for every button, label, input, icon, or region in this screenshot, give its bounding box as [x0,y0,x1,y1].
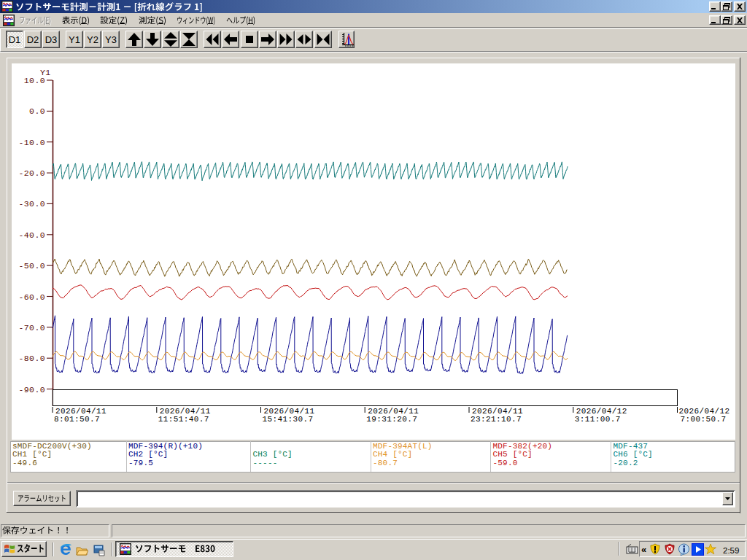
svg-text:-40.0: -40.0 [18,230,45,240]
svg-text:15:41:30.7: 15:41:30.7 [263,415,314,424]
svg-text:8:01:50.7: 8:01:50.7 [54,415,100,424]
svg-text:-20.0: -20.0 [18,168,45,178]
svg-text:-30.0: -30.0 [18,199,45,209]
svg-text:-80.0: -80.0 [18,354,45,363]
svg-text:-90.0: -90.0 [18,385,45,394]
svg-text:19:31:20.7: 19:31:20.7 [366,415,417,424]
svg-text:Y1: Y1 [40,68,51,77]
svg-text:0.0: 0.0 [29,106,45,116]
svg-text:7:00:50.7: 7:00:50.7 [681,415,727,424]
svg-text:-70.0: -70.0 [18,323,45,332]
svg-text:-10.0: -10.0 [18,138,45,147]
svg-text:-50.0: -50.0 [18,261,45,271]
svg-text:11:51:40.7: 11:51:40.7 [158,415,209,424]
svg-text:23:21:10.7: 23:21:10.7 [471,415,522,424]
svg-text:3:11:00.7: 3:11:00.7 [575,415,621,424]
svg-text:-60.0: -60.0 [18,292,45,302]
